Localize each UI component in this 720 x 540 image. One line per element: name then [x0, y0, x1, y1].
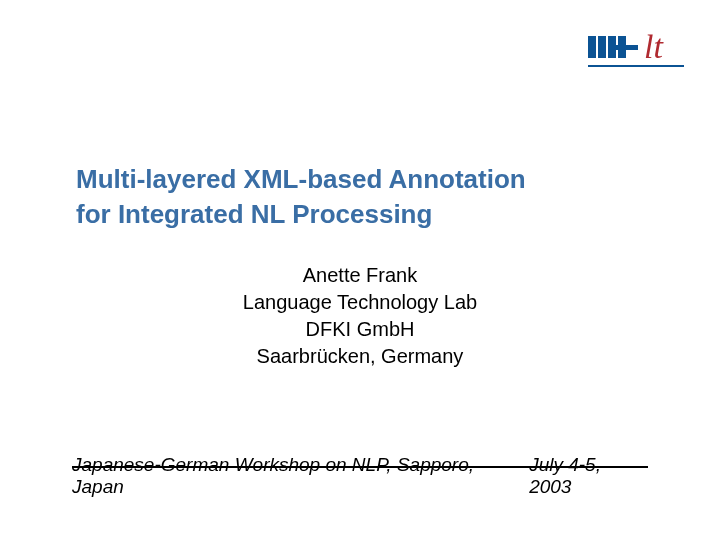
footer-event: Japanese-German Workshop on NLP, Sapporo… — [72, 454, 529, 498]
svg-text:lt: lt — [644, 28, 664, 65]
author-city: Saarbrücken, Germany — [0, 343, 720, 370]
svg-rect-1 — [598, 36, 606, 58]
title-line-2: for Integrated NL Processing — [76, 197, 646, 232]
footer: Japanese-German Workshop on NLP, Sapporo… — [72, 454, 648, 498]
footer-date: July 4-5, 2003 — [529, 454, 648, 498]
svg-rect-4 — [610, 45, 638, 50]
author-affiliation: Language Technology Lab — [0, 289, 720, 316]
author-name: Anette Frank — [0, 262, 720, 289]
title-line-1: Multi-layered XML-based Annotation — [76, 162, 646, 197]
author-org: DFKI GmbH — [0, 316, 720, 343]
svg-rect-0 — [588, 36, 596, 58]
author-block: Anette Frank Language Technology Lab DFK… — [0, 262, 720, 370]
slide-title: Multi-layered XML-based Annotation for I… — [76, 162, 646, 232]
dfki-lt-logo: lt — [588, 28, 684, 74]
